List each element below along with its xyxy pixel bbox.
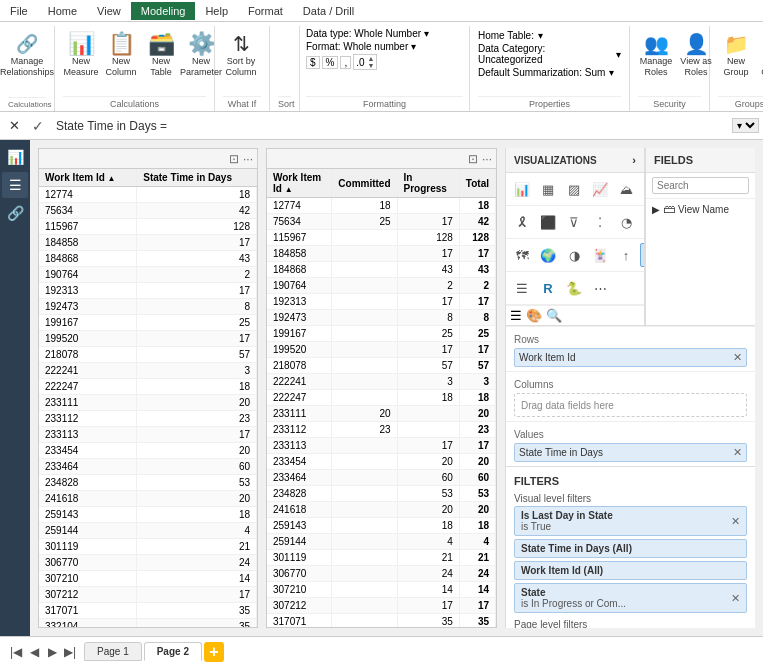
viz-bar-chart[interactable]: 📊 bbox=[510, 177, 534, 201]
sort-by-column-button[interactable]: ⇅ Sort by Column bbox=[223, 30, 259, 80]
state-days-remove[interactable]: ✕ bbox=[733, 446, 742, 459]
nav-report-icon[interactable]: 📊 bbox=[2, 144, 28, 170]
table2-more-icon[interactable]: ··· bbox=[482, 152, 492, 166]
viz-python[interactable]: 🐍 bbox=[562, 276, 586, 300]
table-row: 23345420 bbox=[39, 443, 257, 459]
data-type-dropdown-icon[interactable]: ▾ bbox=[424, 28, 429, 39]
viz-100-bar[interactable]: ▨ bbox=[562, 177, 586, 201]
viz-tab-fields[interactable]: ☰ bbox=[510, 308, 522, 323]
comma-btn[interactable]: , bbox=[340, 56, 351, 69]
viz-gauge[interactable]: ◑ bbox=[562, 243, 586, 267]
formula-input[interactable] bbox=[52, 117, 728, 135]
viz-stacked-bar[interactable]: ▦ bbox=[536, 177, 560, 201]
view-as-button[interactable]: 👤 View as Roles bbox=[678, 30, 714, 80]
decimal-down[interactable]: ▼ bbox=[367, 62, 376, 69]
menu-home[interactable]: Home bbox=[38, 2, 87, 20]
page-nav-last[interactable]: ▶| bbox=[62, 644, 78, 660]
page-nav-next[interactable]: ▶ bbox=[44, 644, 60, 660]
new-measure-button[interactable]: 📊 New Measure bbox=[63, 30, 99, 80]
viz-more1[interactable]: ⋯ bbox=[588, 276, 612, 300]
table-cell bbox=[332, 454, 397, 470]
viz-waterfall[interactable]: ⬛ bbox=[536, 210, 560, 234]
viz-funnel[interactable]: ⊽ bbox=[562, 210, 586, 234]
table-row: 3072101414 bbox=[267, 582, 496, 598]
state-filter-remove[interactable]: ✕ bbox=[731, 592, 740, 605]
decimal-stepper[interactable]: .0 ▲ ▼ bbox=[353, 54, 376, 70]
table-row: 23311317 bbox=[39, 427, 257, 443]
table2-sort-asc[interactable]: ▲ bbox=[285, 185, 293, 194]
nav-model-icon[interactable]: 🔗 bbox=[2, 200, 28, 226]
table-row: 1923131717 bbox=[267, 294, 496, 310]
menu-file[interactable]: File bbox=[0, 2, 38, 20]
page-nav-first[interactable]: |◀ bbox=[8, 644, 24, 660]
last-day-filter-name: Is Last Day in State bbox=[521, 510, 613, 521]
viz-panel-chevron[interactable]: › bbox=[632, 154, 636, 166]
nav-data-icon[interactable]: ☰ bbox=[2, 172, 28, 198]
summarization-dropdown[interactable]: ▾ bbox=[609, 67, 614, 78]
ribbon-properties-group: Home Table: ▾ Data Category: Uncategoriz… bbox=[470, 26, 630, 111]
viz-scatter[interactable]: ⁚ bbox=[588, 210, 612, 234]
viz-pie[interactable]: ◔ bbox=[614, 210, 638, 234]
viz-line-chart[interactable]: 📈 bbox=[588, 177, 612, 201]
manage-roles-button[interactable]: 👥 Manage Roles bbox=[638, 30, 674, 80]
table-cell: 53 bbox=[397, 486, 459, 502]
last-day-filter[interactable]: Is Last Day in State is True ✕ bbox=[514, 506, 747, 536]
viz-filled-map[interactable]: 🌍 bbox=[536, 243, 560, 267]
menu-modeling[interactable]: Modeling bbox=[131, 2, 196, 20]
state-time-filter[interactable]: State Time in Days (All) bbox=[514, 539, 747, 558]
menu-format[interactable]: Format bbox=[238, 2, 293, 20]
fields-view-name-item[interactable]: ▶ 🗃 View Name bbox=[646, 199, 755, 219]
table1-more-icon[interactable]: ··· bbox=[243, 152, 253, 166]
viz-ribbon[interactable]: 🎗 bbox=[510, 210, 534, 234]
fields-search-input[interactable] bbox=[652, 177, 749, 194]
work-item-id-remove[interactable]: ✕ bbox=[733, 351, 742, 364]
viz-tab-format[interactable]: 🎨 bbox=[526, 308, 542, 323]
new-column-button[interactable]: 📋 New Column bbox=[103, 30, 139, 80]
currency-btn[interactable]: $ bbox=[306, 56, 320, 69]
data-category-dropdown[interactable]: ▾ bbox=[616, 49, 621, 60]
table-row: 2591431818 bbox=[267, 518, 496, 534]
viz-area-chart[interactable]: ⛰ bbox=[614, 177, 638, 201]
format-dropdown-icon[interactable]: ▾ bbox=[411, 41, 416, 52]
new-group-button[interactable]: 📁 New Group bbox=[718, 30, 754, 80]
page-nav-prev[interactable]: ◀ bbox=[26, 644, 42, 660]
menu-data-drill[interactable]: Data / Drill bbox=[293, 2, 364, 20]
viz-card[interactable]: 🃏 bbox=[588, 243, 612, 267]
table2-expand-icon[interactable]: ⊡ bbox=[468, 152, 478, 166]
viz-kpi[interactable]: ↑ bbox=[614, 243, 638, 267]
table1-sort-asc[interactable]: ▲ bbox=[108, 174, 116, 183]
formula-dropdown[interactable]: ▾ bbox=[732, 118, 759, 133]
table1-scroll[interactable]: Work Item Id ▲ State Time in Days 127741… bbox=[39, 169, 257, 627]
formula-check-button[interactable]: ✓ bbox=[28, 116, 48, 136]
new-table-button[interactable]: 🗃️ New Table bbox=[143, 30, 179, 80]
home-table-dropdown[interactable]: ▾ bbox=[538, 30, 543, 41]
columns-drop-zone[interactable]: Drag data fields here bbox=[514, 393, 747, 417]
viz-map[interactable]: 🗺 bbox=[510, 243, 534, 267]
table-row: 19916725 bbox=[39, 315, 257, 331]
last-day-filter-remove[interactable]: ✕ bbox=[731, 515, 740, 528]
table1-expand-icon[interactable]: ⊡ bbox=[229, 152, 239, 166]
viz-r-icon[interactable]: R bbox=[536, 276, 560, 300]
new-parameter-button[interactable]: ⚙️ New Parameter bbox=[183, 30, 219, 80]
edit-groups-button[interactable]: ✏️ Edit Groups bbox=[758, 30, 763, 80]
table-cell: 233112 bbox=[39, 411, 137, 427]
table-cell: 17 bbox=[397, 294, 459, 310]
page1-tab[interactable]: Page 1 bbox=[84, 642, 142, 661]
table2-scroll[interactable]: Work Item Id ▲ Committed In Progress Tot… bbox=[267, 169, 496, 627]
work-item-filter[interactable]: Work Item Id (All) bbox=[514, 561, 747, 580]
viz-tab-analytics[interactable]: 🔍 bbox=[546, 308, 562, 323]
add-page-button[interactable]: + bbox=[204, 642, 224, 662]
formula-x-button[interactable]: ✕ bbox=[4, 116, 24, 136]
menu-view[interactable]: View bbox=[87, 2, 131, 20]
page2-tab[interactable]: Page 2 bbox=[144, 642, 202, 661]
table-row: 25914318 bbox=[39, 507, 257, 523]
viz-slicer[interactable]: ☰ bbox=[510, 276, 534, 300]
decimal-up[interactable]: ▲ bbox=[367, 55, 376, 62]
work-item-id-tag[interactable]: Work Item Id ✕ bbox=[514, 348, 747, 367]
menu-help[interactable]: Help bbox=[195, 2, 238, 20]
manage-relationships-button[interactable]: 🔗 Manage Relationships bbox=[8, 30, 46, 80]
table2-col-committed: Committed bbox=[332, 169, 397, 198]
state-days-tag[interactable]: State Time in Days ✕ bbox=[514, 443, 747, 462]
percent-btn[interactable]: % bbox=[322, 56, 339, 69]
state-filter[interactable]: State is In Progress or Com... ✕ bbox=[514, 583, 747, 613]
